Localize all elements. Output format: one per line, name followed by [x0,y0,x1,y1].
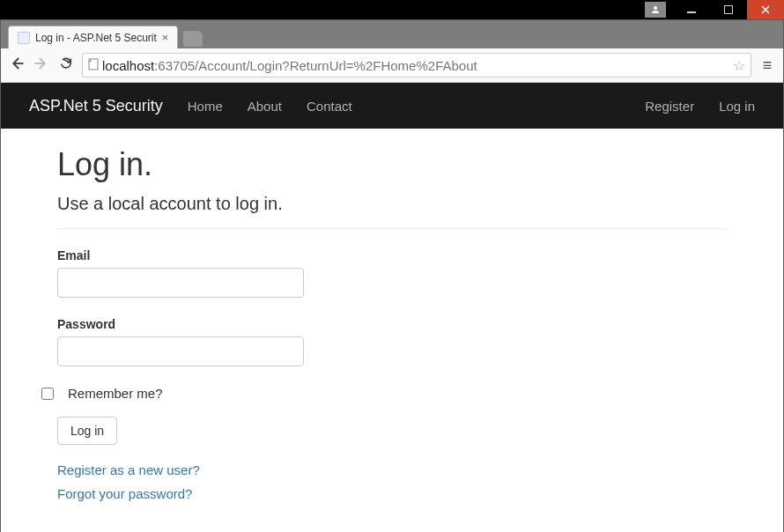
nav-link-home[interactable]: Home [188,99,223,114]
main-container: Log in. Use a local account to log in. E… [1,129,783,532]
nav-link-login[interactable]: Log in [719,99,755,114]
nav-link-register[interactable]: Register [645,99,694,114]
email-label: Email [57,248,727,262]
browser-toolbar: localhost:63705/Account/Login?ReturnUrl=… [1,48,783,83]
minimize-button[interactable] [673,0,710,19]
bookmark-star-icon[interactable]: ☆ [733,57,745,74]
tab-close-icon[interactable]: × [162,31,169,44]
back-button[interactable] [8,55,26,76]
login-button[interactable]: Log in [57,417,117,445]
remember-checkbox[interactable] [41,388,54,400]
url-path: :63705/Account/Login?ReturnUrl=%2FHome%2… [154,58,477,73]
password-label: Password [57,317,727,331]
page-subtitle: Use a local account to log in. [57,194,727,214]
browser-frame: Log in - ASP.Net 5 Securit × localhost:6… [0,19,784,532]
divider [57,228,727,229]
tabs-row: Log in - ASP.Net 5 Securit × [1,26,783,48]
window-titlebar [0,0,784,19]
navbar-brand[interactable]: ASP.Net 5 Security [29,97,163,115]
page-title: Log in. [57,146,727,183]
page-icon [88,58,99,73]
url-host: localhost [102,58,154,73]
browser-chrome: Log in - ASP.Net 5 Securit × localhost:6… [1,20,783,83]
svg-point-0 [654,6,657,10]
browser-tab[interactable]: Log in - ASP.Net 5 Securit × [8,26,178,48]
email-input[interactable] [57,268,304,298]
svg-rect-2 [724,5,733,14]
hamburger-menu-icon[interactable]: ≡ [758,56,776,75]
user-icon[interactable] [645,2,666,18]
remember-row: Remember me? [41,386,727,401]
nav-link-about[interactable]: About [248,99,282,114]
nav-link-contact[interactable]: Contact [307,99,352,114]
favicon-icon [18,32,30,44]
window-close-button[interactable] [747,0,784,19]
password-input[interactable] [57,336,304,366]
new-tab-button[interactable] [183,31,203,47]
tab-title: Log in - ASP.Net 5 Securit [35,32,157,44]
register-link[interactable]: Register as a new user? [57,462,727,477]
forward-button[interactable] [33,55,50,76]
address-bar[interactable]: localhost:63705/Account/Login?ReturnUrl=… [82,53,751,78]
reload-button[interactable] [57,56,75,74]
maximize-button[interactable] [710,0,747,19]
page-viewport: ASP.Net 5 Security Home About Contact Re… [1,83,783,532]
remember-label: Remember me? [68,386,163,401]
svg-rect-1 [687,11,696,13]
site-navbar: ASP.Net 5 Security Home About Contact Re… [1,83,783,129]
forgot-password-link[interactable]: Forgot your password? [57,486,727,501]
